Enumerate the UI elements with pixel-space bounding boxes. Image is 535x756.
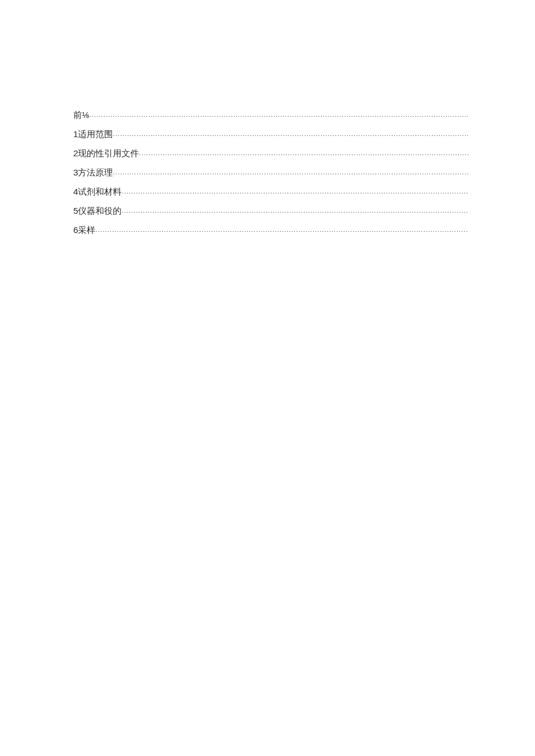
toc-entry: 1适用范围: [73, 129, 469, 140]
toc-entry-label: 6采样: [73, 225, 95, 236]
toc-entry: 5仪器和役的: [73, 206, 469, 217]
page-content: 前⅛ 1适用范围 2现的性引用文件 3方法原理 4试剂和材料 5仪器和役的 6采…: [0, 0, 535, 236]
toc-leader-dots: [122, 188, 469, 195]
toc-entry: 6采样: [73, 225, 469, 236]
toc-entry-label: 3方法原理: [73, 167, 113, 178]
toc-leader-dots: [113, 169, 469, 175]
toc-leader-dots: [139, 149, 469, 156]
toc-leader-dots: [113, 130, 469, 137]
toc-entry: 4试剂和材料: [73, 187, 469, 198]
toc-entry-label: 4试剂和材料: [73, 187, 122, 198]
toc-entry-label: 1适用范围: [73, 129, 113, 140]
toc-entry: 2现的性引用文件: [73, 148, 469, 159]
toc-entry-label: 2现的性引用文件: [73, 148, 139, 159]
toc-leader-dots: [122, 207, 469, 214]
toc-entry: 前⅛: [73, 110, 469, 121]
toc-leader-dots: [90, 111, 469, 118]
toc-leader-dots: [95, 226, 469, 233]
toc-entry-label: 5仪器和役的: [73, 206, 122, 217]
toc-entry-label: 前⅛: [73, 110, 90, 121]
toc-entry: 3方法原理: [73, 167, 469, 178]
